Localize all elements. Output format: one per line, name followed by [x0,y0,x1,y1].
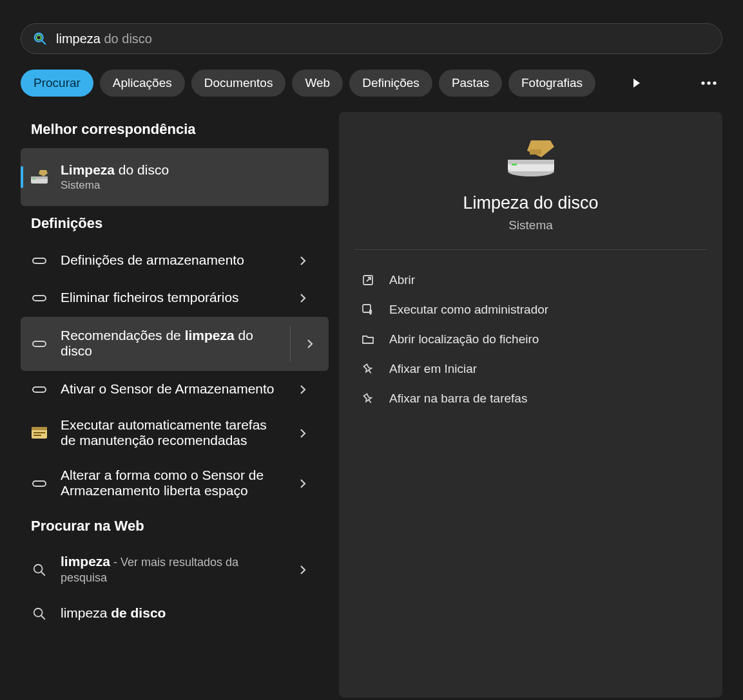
svg-line-21 [41,572,45,576]
result-label: Alterar a forma como o Sensor de Armazen… [61,468,275,498]
svg-marker-3 [633,79,640,88]
settings-result-recommendations[interactable]: Recomendações de limpeza do disco [21,317,329,371]
control-panel-icon [30,424,49,443]
svg-rect-12 [33,296,46,301]
action-open-location[interactable]: Abrir localização do ficheiro [354,325,707,354]
chevron-right-icon[interactable] [286,478,320,489]
section-best-match: Melhor correspondência [21,112,329,148]
action-pin-taskbar[interactable]: Afixar na barra de tarefas [354,384,707,413]
svg-rect-11 [33,258,46,263]
divider [354,249,707,250]
svg-rect-27 [512,164,517,166]
search-bar[interactable]: limpeza do disco [21,23,722,54]
svg-rect-9 [33,178,35,180]
action-label: Afixar em Iniciar [389,362,477,376]
svg-rect-14 [33,387,46,392]
settings-link-icon [30,474,49,493]
section-web: Procurar na Web [21,509,329,545]
section-settings: Definições [21,206,329,242]
svg-line-23 [41,616,45,620]
filter-pastas[interactable]: Pastas [439,70,502,97]
settings-result-maintenance[interactable]: Executar automaticamente tarefas de manu… [21,408,329,459]
results-column: Melhor correspondência Limpeza do disco … [21,112,329,697]
pin-icon [361,362,375,376]
settings-result-tempfiles[interactable]: Eliminar ficheiros temporários [21,279,329,317]
svg-marker-10 [39,170,48,176]
svg-rect-13 [33,341,46,346]
search-query: limpeza do disco [56,32,152,46]
action-open[interactable]: Abrir [354,265,707,295]
svg-marker-28 [527,140,554,157]
svg-rect-17 [34,432,45,433]
svg-rect-19 [33,481,46,486]
search-icon [30,560,49,580]
web-result-limpeza-de-disco[interactable]: limpeza de disco [21,595,329,632]
settings-result-storage[interactable]: Definições de armazenamento [21,242,329,279]
settings-link-icon [30,380,49,399]
pin-icon [361,392,375,406]
result-label: limpeza de disco [61,605,320,621]
svg-rect-26 [508,160,554,164]
result-label: Ativar o Sensor de Armazenamento [61,381,275,397]
result-label: Recomendações de limpeza do disco [61,328,278,359]
disk-cleanup-icon [30,167,49,187]
settings-result-storage-sense[interactable]: Ativar o Sensor de Armazenamento [21,371,329,408]
open-external-icon [361,273,375,287]
svg-rect-16 [32,427,47,430]
action-label: Abrir [389,273,415,287]
best-match-subtitle: Sistema [61,179,320,192]
preview-title: Limpeza do disco [463,193,598,213]
filter-fotografias[interactable]: Fotografias [508,70,595,97]
action-pin-start[interactable]: Afixar em Iniciar [354,354,707,384]
result-label: limpeza - Ver mais resultados da pesquis… [61,554,275,585]
admin-shield-icon [361,303,375,317]
more-filters-icon[interactable] [623,70,650,97]
result-label: Definições de armazenamento [61,252,275,268]
svg-point-6 [713,81,716,84]
folder-icon [361,332,375,346]
svg-point-4 [701,81,704,84]
overflow-icon[interactable] [695,70,722,97]
svg-rect-18 [34,435,41,436]
filter-aplicacoes[interactable]: Aplicações [100,70,185,97]
action-label: Afixar na barra de tarefas [389,392,527,406]
disk-cleanup-icon [504,138,558,179]
svg-rect-29 [530,149,541,155]
settings-link-icon [30,251,49,270]
chevron-right-icon[interactable] [286,384,320,395]
action-label: Executar como administrador [389,303,548,317]
best-match-result[interactable]: Limpeza do disco Sistema [21,148,329,206]
svg-line-2 [42,41,46,44]
action-run-admin[interactable]: Executar como administrador [354,295,707,325]
search-icon [30,604,49,623]
filter-documentos[interactable]: Documentos [191,70,286,97]
result-label: Executar automaticamente tarefas de manu… [61,417,275,448]
filter-definicoes[interactable]: Definições [349,70,432,97]
preview-subtitle: Sistema [508,218,553,232]
chevron-right-icon[interactable] [286,293,320,303]
preview-pane: Limpeza do disco Sistema Abrir Executar … [339,112,722,697]
filter-web[interactable]: Web [292,70,343,97]
chevron-right-icon[interactable] [286,428,320,439]
result-label: Eliminar ficheiros temporários [61,290,275,305]
search-icon [33,32,47,46]
chevron-right-icon[interactable] [286,565,320,575]
action-label: Abrir localização do ficheiro [389,332,539,346]
svg-point-5 [707,81,710,84]
web-result-limpeza[interactable]: limpeza - Ver mais resultados da pesquis… [21,545,329,595]
filter-procurar[interactable]: Procurar [21,70,93,97]
svg-point-1 [37,35,41,40]
filter-chips: Procurar Aplicações Documentos Web Defin… [21,70,722,97]
settings-result-storage-sense-config[interactable]: Alterar a forma como o Sensor de Armazen… [21,459,329,509]
best-match-title: Limpeza do disco [61,162,320,178]
chevron-right-icon[interactable] [290,326,329,362]
chevron-right-icon[interactable] [286,256,320,266]
settings-link-icon [30,334,49,354]
settings-link-icon [30,289,49,308]
